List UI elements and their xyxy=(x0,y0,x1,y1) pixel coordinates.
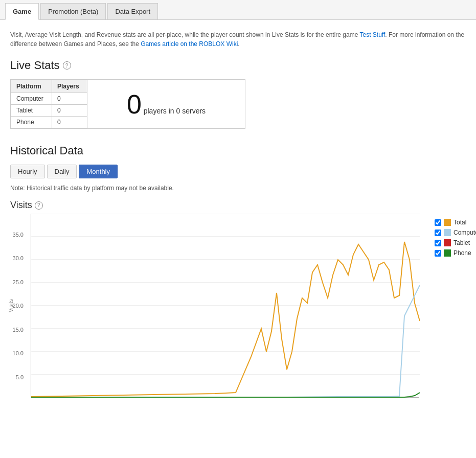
y-label-20: 20.0 xyxy=(6,303,26,309)
y-axis-labels: 35.0 30.0 25.0 20.0 15.0 10.0 5.0 xyxy=(6,214,26,398)
col-header-platform: Platform xyxy=(11,80,52,93)
live-summary-text: players in 0 servers xyxy=(144,107,206,115)
legend-computer-color xyxy=(444,229,451,236)
legend-computer-checkbox[interactable] xyxy=(435,230,441,236)
visits-help-icon[interactable]: ? xyxy=(35,201,43,210)
legend-total: Total xyxy=(435,219,476,226)
platform-computer: Computer xyxy=(11,93,52,105)
visits-chart-section: Visits ? Visits 35.0 30.0 25.0 20.0 15.0… xyxy=(10,200,466,398)
historical-data-section: Historical Data Hourly Daily Monthly Not… xyxy=(10,144,466,192)
historical-data-heading: Historical Data xyxy=(10,144,466,157)
legend-phone: Phone xyxy=(435,249,476,257)
y-label-35: 35.0 xyxy=(6,232,26,238)
info-link-wiki[interactable]: Games article on the ROBLOX Wiki xyxy=(141,40,238,48)
legend-tablet-color xyxy=(444,239,451,246)
live-stats-heading: Live Stats ? xyxy=(10,59,466,72)
live-stats-help-icon[interactable]: ? xyxy=(63,61,71,70)
table-row: Phone 0 xyxy=(11,117,87,128)
computer-line xyxy=(31,285,420,397)
y-label-5: 5.0 xyxy=(6,374,26,380)
players-tablet: 0 xyxy=(52,105,87,117)
legend-total-checkbox[interactable] xyxy=(435,219,441,226)
period-monthly[interactable]: Monthly xyxy=(79,165,118,178)
legend-computer-label: Computer xyxy=(454,229,476,236)
col-header-players: Players xyxy=(52,80,87,93)
legend-tablet-checkbox[interactable] xyxy=(435,240,441,246)
legend-computer: Computer xyxy=(435,229,476,236)
live-stats-table: Platform Players Computer 0 Tablet 0 Pho… xyxy=(11,80,87,128)
period-buttons: Hourly Daily Monthly xyxy=(10,165,466,178)
live-summary: 0 players in 0 servers xyxy=(87,86,245,123)
visits-chart-title: Visits ? xyxy=(10,200,466,211)
total-line xyxy=(31,242,420,397)
y-label-10: 10.0 xyxy=(6,350,26,356)
tab-promotion[interactable]: Promotion (Beta) xyxy=(40,3,106,19)
info-link-test-stuff[interactable]: Test Stuff xyxy=(360,31,386,38)
legend-total-color xyxy=(444,219,451,226)
platform-tablet: Tablet xyxy=(11,105,52,117)
y-label-25: 25.0 xyxy=(6,279,26,285)
chart-wrapper: Visits 35.0 30.0 25.0 20.0 15.0 10.0 5.0 xyxy=(10,214,466,398)
tab-game[interactable]: Game xyxy=(5,3,39,20)
table-row: Computer 0 xyxy=(11,93,87,105)
players-computer: 0 xyxy=(52,93,87,105)
info-text-part3: . xyxy=(238,40,239,48)
legend-phone-label: Phone xyxy=(454,249,471,257)
live-stats-container: Platform Players Computer 0 Tablet 0 Pho… xyxy=(10,79,245,129)
players-phone: 0 xyxy=(52,117,87,128)
tab-data-export[interactable]: Data Export xyxy=(107,3,158,19)
period-hourly[interactable]: Hourly xyxy=(10,165,45,178)
chart-legend: Total Computer Tablet Phone xyxy=(435,214,476,260)
info-text: Visit, Average Visit Length, and Revenue… xyxy=(10,30,466,49)
live-summary-count: 0 xyxy=(127,89,142,119)
legend-total-label: Total xyxy=(454,219,466,226)
historical-note: Note: Historical traffic data by platfor… xyxy=(10,185,466,192)
legend-phone-checkbox[interactable] xyxy=(435,250,441,257)
legend-phone-color xyxy=(444,249,451,257)
y-label-30: 30.0 xyxy=(6,255,26,261)
legend-tablet-label: Tablet xyxy=(454,239,470,246)
y-label-15: 15.0 xyxy=(6,327,26,333)
table-row: Tablet 0 xyxy=(11,105,87,117)
chart-svg xyxy=(31,214,420,398)
legend-tablet: Tablet xyxy=(435,239,476,246)
platform-phone: Phone xyxy=(11,117,52,128)
chart-area xyxy=(31,214,419,398)
tab-bar: Game Promotion (Beta) Data Export xyxy=(0,0,476,20)
period-daily[interactable]: Daily xyxy=(47,165,77,178)
info-text-part1: Visit, Average Visit Length, and Revenue… xyxy=(10,31,360,38)
